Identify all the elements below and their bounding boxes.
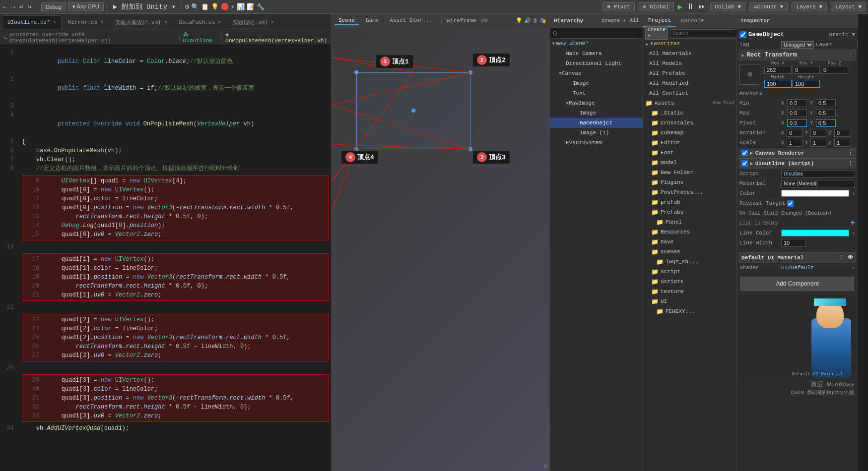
- line-width-input[interactable]: [781, 239, 806, 247]
- close-tab-xml1[interactable]: ×: [164, 20, 167, 25]
- pivot-x-input[interactable]: [787, 119, 807, 127]
- dui-eye-btn[interactable]: 👁: [848, 254, 853, 261]
- pos-x-input[interactable]: [764, 66, 792, 74]
- close-tab-uioutline[interactable]: ×: [53, 20, 56, 25]
- folder-postprocess[interactable]: 📁PostProces...: [643, 187, 736, 197]
- proj-tab-console[interactable]: Console: [676, 14, 709, 27]
- uitoutline-header[interactable]: ▶ UIoutline (Script) ⋮: [738, 158, 856, 169]
- folder-ui[interactable]: 📁UI: [643, 296, 736, 306]
- folder-pehexy[interactable]: 📁PEHEXY...: [643, 306, 736, 316]
- icons-group[interactable]: ⚙ 🔍 📋 💡 🛑 ⚡ 📊 📝 🔧: [185, 3, 265, 11]
- assets-root[interactable]: 📁 Assets New Fold: [643, 98, 736, 108]
- fav-all-prefabs[interactable]: All Prefabs: [643, 68, 736, 78]
- tab-uioutline[interactable]: UIoutline.cs* ×: [2, 15, 62, 29]
- canvas-renderer-toggle[interactable]: [741, 150, 748, 156]
- twod-btn[interactable]: 2D: [481, 18, 488, 24]
- hier-image-1[interactable]: Image (1): [550, 128, 643, 138]
- folder-panel[interactable]: 📁Panel: [643, 217, 736, 227]
- hier-eventsystem[interactable]: EventSystem: [550, 138, 643, 148]
- scene-extras-icons[interactable]: 💡🔊🌫🎭: [516, 17, 546, 24]
- rot-y-input[interactable]: [810, 129, 826, 137]
- folder-script[interactable]: 📁Script: [643, 267, 736, 277]
- line-color-swatch[interactable]: [781, 230, 849, 236]
- tab-xml2[interactable]: 实验理论.xml ×: [227, 15, 279, 29]
- max-y-input[interactable]: [816, 109, 836, 117]
- scale-z-input[interactable]: [834, 139, 850, 147]
- back-btn[interactable]: ←: [2, 2, 8, 12]
- scene-tab-game[interactable]: Game: [362, 16, 383, 25]
- center-handle[interactable]: [411, 109, 415, 113]
- folder-prefabs[interactable]: 📁Prefabs: [643, 207, 736, 217]
- global-btn[interactable]: ⊙ Global: [639, 2, 674, 11]
- max-x-input[interactable]: [787, 109, 807, 117]
- hier-image-nested[interactable]: Image: [550, 108, 643, 118]
- folder-prefab[interactable]: 📁prefab: [643, 197, 736, 207]
- height-input[interactable]: [793, 80, 820, 88]
- project-search-input[interactable]: [670, 29, 738, 37]
- folder-cubemap[interactable]: 📁cubemap: [643, 128, 736, 138]
- tab-mirror[interactable]: Mirror.cs ×: [63, 15, 109, 29]
- redo-btn[interactable]: ↪: [26, 1, 32, 12]
- rect-transform-settings[interactable]: ⋮: [848, 52, 853, 58]
- project-create-btn[interactable]: Create ▾: [645, 26, 668, 40]
- color-swatch[interactable]: [781, 190, 849, 197]
- folder-resources[interactable]: 📁Resources: [643, 227, 736, 237]
- cpu-btn[interactable]: ▾ Any CPU: [68, 2, 104, 11]
- shader-edit-btn[interactable]: ✏: [852, 265, 855, 271]
- folder-editor[interactable]: 📁Editor: [643, 138, 736, 148]
- undo-btn[interactable]: ↩: [18, 1, 24, 12]
- scale-y-input[interactable]: [810, 139, 826, 147]
- fav-all-models[interactable]: All Models: [643, 59, 736, 68]
- width-input[interactable]: [764, 80, 792, 88]
- corner-tr[interactable]: [468, 70, 472, 74]
- pause-btn[interactable]: ⏸: [686, 2, 694, 11]
- material-input[interactable]: [781, 180, 855, 187]
- hier-image[interactable]: Image: [550, 78, 643, 88]
- hier-text[interactable]: Text: [550, 88, 643, 98]
- debug-btn[interactable]: Debug: [41, 2, 66, 11]
- fav-all-modified[interactable]: All Modified: [643, 78, 736, 88]
- uitoutline-toggle[interactable]: [741, 160, 748, 167]
- fav-all-materials[interactable]: All Materials: [643, 49, 736, 59]
- hier-canvas[interactable]: ▼ Canvas: [550, 68, 643, 78]
- fav-all-conflict[interactable]: All Conflict: [643, 88, 736, 98]
- rot-x-input[interactable]: [787, 129, 802, 137]
- line-color-edit[interactable]: ✏: [852, 230, 855, 236]
- corner-tl[interactable]: [354, 70, 358, 74]
- folder-save[interactable]: 📁Save: [643, 237, 736, 247]
- folder-newfolder[interactable]: 📁New Folder: [643, 168, 736, 177]
- canvas-renderer-settings[interactable]: ⋮: [848, 150, 853, 156]
- proj-tab-project[interactable]: Project: [643, 14, 676, 27]
- pivot-btn[interactable]: ⊕ Pivot: [602, 2, 634, 11]
- folder-texture[interactable]: 📁texture: [643, 287, 736, 296]
- tab-xml1[interactable]: 实验方案设计.xml ×: [110, 15, 172, 29]
- pos-z-input[interactable]: [821, 66, 848, 74]
- pivot-y-input[interactable]: [816, 119, 836, 127]
- color-edit-icon[interactable]: ✏: [852, 190, 855, 196]
- folder-scripts[interactable]: 📁Scripts: [643, 277, 736, 287]
- collab-btn[interactable]: Collab ▼: [710, 2, 745, 11]
- add-component-btn[interactable]: Add Component: [740, 277, 854, 291]
- folder-lwqz[interactable]: 📁lwqz_sh...: [643, 257, 736, 267]
- layer-dropdown[interactable]: UI: [858, 41, 858, 49]
- tag-dropdown[interactable]: Untagged: [781, 41, 814, 49]
- list-add-btn[interactable]: +: [850, 219, 855, 228]
- hier-gameobject[interactable]: GameObejct: [550, 118, 643, 128]
- folder-font[interactable]: 📁Font: [643, 148, 736, 158]
- rect-transform-header[interactable]: ▶ Rect Transform ⋮: [738, 50, 856, 60]
- min-y-input[interactable]: [816, 99, 836, 107]
- pos-y-input[interactable]: [793, 66, 820, 74]
- anchor-preset-btn[interactable]: ⊕: [739, 64, 760, 85]
- attach-btn[interactable]: ▶ 附加到 Unity ▾: [112, 1, 177, 12]
- hier-new-scene[interactable]: ▼ New Scene*: [550, 39, 643, 49]
- folder-model[interactable]: 📁model: [643, 158, 736, 168]
- rot-z-input[interactable]: [834, 129, 850, 137]
- canvas-renderer-header[interactable]: ▶ Canvas Renderer ⋮: [738, 148, 856, 158]
- raycast-checkbox[interactable]: [787, 200, 794, 207]
- gameobject-active-checkbox[interactable]: [739, 31, 746, 38]
- close-tab-xml2[interactable]: ×: [271, 20, 274, 25]
- folder-plugins[interactable]: 📁Plugins: [643, 177, 736, 187]
- forward-btn[interactable]: →: [10, 2, 16, 12]
- hier-dir-light[interactable]: Directional Light: [550, 59, 643, 68]
- tab-datapath[interactable]: DataPath.cs ×: [174, 15, 227, 29]
